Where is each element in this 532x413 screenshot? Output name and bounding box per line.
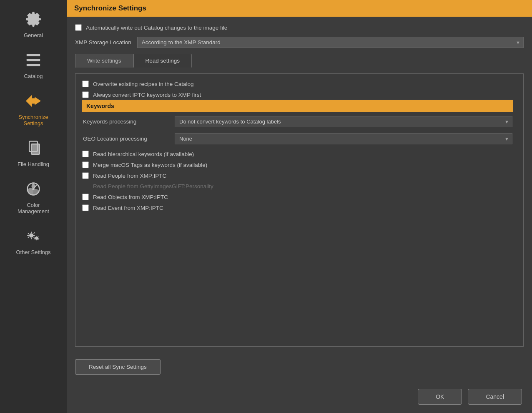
tab-panel-outer: Overwrite existing recipes in the Catalo… bbox=[75, 73, 524, 347]
reset-button[interactable]: Reset all Sync Settings bbox=[75, 359, 161, 375]
footer: OK Cancel bbox=[67, 382, 532, 413]
sidebar: General Catalog SynchronizeSettings bbox=[0, 0, 67, 413]
geo-location-label: GEO Location processing bbox=[83, 136, 175, 142]
sidebar-item-catalog[interactable]: Catalog bbox=[0, 45, 67, 86]
tab-panel: Overwrite existing recipes in the Catalo… bbox=[75, 73, 524, 347]
sidebar-item-label: ColorManagement bbox=[18, 202, 49, 214]
sidebar-item-file-handling[interactable]: File Handling bbox=[0, 133, 67, 174]
catalog-icon bbox=[26, 53, 41, 70]
othergear-icon bbox=[26, 229, 41, 246]
xmp-storage-row: XMP Storage Location According to the XM… bbox=[75, 37, 524, 48]
sidebar-item-synchronize[interactable]: SynchronizeSettings bbox=[0, 86, 67, 133]
read-people-xmp-label: Read People from XMP:IPTC bbox=[93, 173, 166, 179]
tabs-row: Write settings Read settings bbox=[75, 54, 524, 68]
merge-macos-label: Merge macOS Tags as keywords (if availab… bbox=[93, 162, 207, 168]
xmp-storage-dropdown-wrapper: According to the XMP StandardSidecar Fil… bbox=[137, 37, 524, 48]
auto-write-checkbox[interactable] bbox=[75, 24, 82, 31]
color-icon bbox=[26, 181, 41, 199]
sidebar-item-other-settings[interactable]: Other Settings bbox=[0, 221, 67, 262]
sidebar-item-label: Catalog bbox=[24, 73, 43, 79]
overwrite-checkbox[interactable] bbox=[82, 81, 89, 87]
convert-iptc-checkbox[interactable] bbox=[82, 91, 89, 98]
keywords-processing-dropdown-wrapper: Do not convert keywords to Catalog label… bbox=[175, 116, 512, 127]
sidebar-item-general[interactable]: General bbox=[0, 4, 67, 45]
read-hierarchical-row: Read hierarchical keywords (if available… bbox=[82, 151, 513, 157]
geo-location-row: GEO Location processing NoneRead GPSRead… bbox=[82, 132, 513, 146]
read-objects-checkbox[interactable] bbox=[82, 194, 89, 200]
keywords-processing-row: Keywords processing Do not convert keywo… bbox=[82, 115, 513, 128]
read-hierarchical-checkbox[interactable] bbox=[82, 151, 89, 157]
overwrite-row: Overwrite existing recipes in the Catalo… bbox=[82, 81, 513, 87]
keywords-processing-label: Keywords processing bbox=[83, 118, 175, 125]
reset-row: Reset all Sync Settings bbox=[75, 353, 524, 378]
read-people-xmp-checkbox[interactable] bbox=[82, 172, 89, 179]
read-people-getty-label: Read People from GettyImagesGIFT:Persona… bbox=[93, 183, 213, 189]
sync-icon bbox=[26, 93, 41, 111]
overwrite-label: Overwrite existing recipes in the Catalo… bbox=[93, 81, 194, 87]
read-hierarchical-label: Read hierarchical keywords (if available… bbox=[93, 151, 194, 157]
auto-write-row: Automatically write out Catalog changes … bbox=[75, 24, 524, 31]
sidebar-item-color-management[interactable]: ColorManagement bbox=[0, 174, 67, 221]
sidebar-item-label: SynchronizeSettings bbox=[18, 114, 48, 126]
merge-macos-checkbox[interactable] bbox=[82, 161, 89, 168]
cancel-button[interactable]: Cancel bbox=[468, 389, 522, 405]
svg-rect-2 bbox=[27, 64, 40, 66]
read-event-row: Read Event from XMP:IPTC bbox=[82, 204, 513, 211]
page-title: Synchronize Settings bbox=[74, 4, 146, 12]
svg-marker-3 bbox=[26, 95, 41, 107]
read-people-getty-row: Read People from GettyImagesGIFT:Persona… bbox=[82, 183, 513, 189]
sidebar-item-label: General bbox=[24, 32, 43, 38]
svg-rect-1 bbox=[27, 59, 40, 61]
read-objects-label: Read Objects from XMP:IPTC bbox=[93, 194, 168, 200]
tab-write-settings[interactable]: Write settings bbox=[75, 54, 133, 68]
tab-read-settings[interactable]: Read settings bbox=[133, 54, 192, 68]
svg-rect-0 bbox=[27, 54, 40, 56]
tab-panel-scroll[interactable]: Overwrite existing recipes in the Catalo… bbox=[82, 81, 517, 340]
main-content: Synchronize Settings Automatically write… bbox=[67, 0, 532, 413]
content-area: Automatically write out Catalog changes … bbox=[67, 17, 532, 382]
read-objects-row: Read Objects from XMP:IPTC bbox=[82, 194, 513, 200]
geo-location-dropdown-wrapper: NoneRead GPSRead GPS + Reverse Geocode bbox=[175, 133, 512, 144]
read-event-label: Read Event from XMP:IPTC bbox=[93, 205, 163, 211]
keywords-processing-select[interactable]: Do not convert keywords to Catalog label… bbox=[175, 116, 512, 127]
convert-iptc-label: Always convert IPTC keywords to XMP firs… bbox=[93, 92, 201, 98]
xmp-storage-select[interactable]: According to the XMP StandardSidecar Fil… bbox=[137, 37, 524, 48]
convert-iptc-row: Always convert IPTC keywords to XMP firs… bbox=[82, 91, 513, 98]
read-event-checkbox[interactable] bbox=[82, 204, 89, 211]
keywords-section-header: Keywords bbox=[82, 100, 513, 112]
files-icon bbox=[26, 141, 41, 158]
read-people-xmp-row: Read People from XMP:IPTC bbox=[82, 172, 513, 179]
xmp-storage-label: XMP Storage Location bbox=[75, 39, 131, 45]
ok-button[interactable]: OK bbox=[418, 389, 462, 405]
sidebar-item-label: Other Settings bbox=[16, 249, 50, 255]
sidebar-item-label: File Handling bbox=[18, 161, 49, 167]
auto-write-label: Automatically write out Catalog changes … bbox=[86, 25, 227, 31]
svg-rect-5 bbox=[31, 144, 40, 154]
merge-macos-row: Merge macOS Tags as keywords (if availab… bbox=[82, 161, 513, 168]
gear-icon bbox=[26, 12, 41, 29]
geo-location-select[interactable]: NoneRead GPSRead GPS + Reverse Geocode bbox=[175, 133, 512, 144]
page-header: Synchronize Settings bbox=[67, 0, 532, 17]
